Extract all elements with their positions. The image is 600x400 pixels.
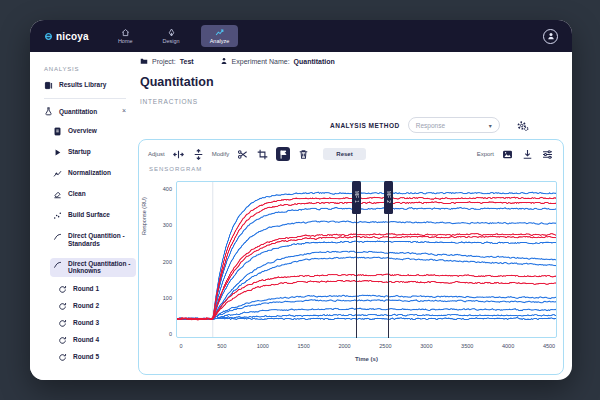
cursor-flag-1[interactable]: MF 1 [352, 181, 361, 214]
x-tick: 3500 [461, 343, 473, 349]
user-icon [546, 31, 556, 41]
curve-icon [53, 260, 62, 269]
sidebar-item-direct-quantition-standards[interactable]: Direct Quantition - Standards [50, 230, 136, 250]
person-icon [220, 57, 228, 65]
image-icon[interactable] [501, 148, 514, 161]
x-tick: 3000 [420, 343, 432, 349]
refresh-icon [58, 336, 67, 345]
sensorgram-panel: Adjust Modify [138, 139, 564, 375]
experiment-label: Experiment Name: [232, 58, 290, 65]
curve-icon [53, 232, 62, 241]
flag-icon[interactable] [276, 147, 290, 161]
sidebar-item-label: Overview [68, 127, 97, 135]
nav-tab-label: Home [118, 38, 133, 44]
analysis-method-value: Response [416, 122, 445, 129]
sensorgram-canvas[interactable] [177, 182, 556, 337]
sidebar-item-label: Results Library [59, 81, 106, 89]
y-tick: 400 [150, 186, 172, 192]
avatar[interactable] [543, 29, 558, 44]
folder-icon [140, 57, 148, 65]
x-tick: 1000 [257, 343, 269, 349]
cursor-flag-2[interactable]: MF 2 [384, 181, 393, 214]
sidebar-item-label: Normalization [68, 169, 111, 177]
nav-tab-label: Design [163, 38, 180, 44]
reset-button[interactable]: Reset [323, 148, 365, 160]
sidebar-item-round-2[interactable]: Round 2 [58, 302, 136, 311]
x-tick: 2000 [338, 343, 350, 349]
sidebar-item-startup[interactable]: Startup [50, 146, 136, 159]
flask-icon [44, 107, 53, 116]
nav-tab-home[interactable]: Home [109, 25, 142, 47]
sidebar-item-label: Quantitation [59, 108, 97, 116]
page-title: Quantitation [140, 75, 214, 89]
scissors-icon[interactable] [236, 148, 249, 161]
play-icon [53, 148, 62, 157]
y-tick: 300 [150, 222, 172, 228]
x-tick: 4500 [543, 343, 555, 349]
y-tick: 0 [150, 331, 172, 337]
sidebar-item-round-5[interactable]: Round 5 [58, 353, 136, 362]
crop-icon[interactable] [256, 148, 269, 161]
sidebar-item-label: Startup [68, 148, 91, 156]
modify-label: Modify [212, 151, 230, 157]
sidebar-item-round-3[interactable]: Round 3 [58, 319, 136, 328]
cursor-flag-label: MF 2 [386, 191, 391, 203]
top-navbar: nicoya HomeDesignAnalyze [30, 20, 572, 52]
download-icon[interactable] [521, 148, 534, 161]
app-window: nicoya HomeDesignAnalyze ANALYSIS Result… [30, 20, 572, 380]
home-icon [121, 28, 130, 37]
sidebar-rounds: Round 1Round 2Round 3Round 4Round 5 [44, 285, 136, 362]
close-icon[interactable]: × [122, 107, 126, 115]
experiment-value[interactable]: Quantitation [294, 58, 335, 65]
sliders-icon[interactable] [541, 148, 554, 161]
sidebar-item-overview[interactable]: Overview [50, 125, 136, 138]
project-value[interactable]: Test [180, 58, 194, 65]
sidebar-item-round-4[interactable]: Round 4 [58, 336, 136, 345]
project-label: Project: [152, 58, 176, 65]
sidebar-analysis-steps: OverviewStartupNormalizationCleanBuild S… [44, 125, 136, 277]
refresh-icon [58, 285, 67, 294]
x-tick: 500 [217, 343, 226, 349]
analyze-icon [215, 28, 224, 37]
export-label: Export [477, 151, 494, 157]
sidebar-header: ANALYSIS [44, 66, 136, 72]
x-tick: 1500 [298, 343, 310, 349]
eraser-icon [53, 190, 62, 199]
x-tick: 4000 [502, 343, 514, 349]
sidebar-item-direct-quantitation-unknowns[interactable]: Direct Quantitation - Unknowns [50, 258, 136, 278]
sidebar-item-clean[interactable]: Clean [50, 188, 136, 201]
chart-toolbar: Adjust Modify [148, 147, 554, 161]
gear-icon[interactable] [516, 119, 529, 132]
nav-tab-design[interactable]: Design [154, 25, 189, 47]
analysis-method-row: ANALYSIS METHOD Response ▾ [330, 117, 529, 133]
refresh-icon [58, 319, 67, 328]
sidebar-item-normalization[interactable]: Normalization [50, 167, 136, 180]
library-icon [44, 81, 53, 90]
sidebar-item-label: Direct Quantition - Standards [68, 232, 133, 248]
x-tick: 0 [179, 343, 182, 349]
scatter-icon [53, 211, 62, 220]
y-tick: 200 [150, 259, 172, 265]
sensorgram-plot[interactable] [176, 181, 557, 338]
sidebar-item-label: Round 2 [73, 302, 99, 310]
sidebar: ANALYSIS Results Library Quantitation × [30, 52, 136, 380]
sidebar-item-label: Round 5 [73, 353, 99, 361]
adjust-x-icon[interactable] [172, 148, 185, 161]
adjust-y-icon[interactable] [192, 148, 205, 161]
refresh-icon [58, 353, 67, 362]
sidebar-item-results-library[interactable]: Results Library [44, 81, 136, 90]
x-axis-label: Time (s) [176, 356, 557, 362]
sidebar-item-label: Round 1 [73, 285, 99, 293]
sensorgram-title: SENSORGRAM [149, 166, 202, 172]
y-axis-label: Response (RU) [141, 197, 147, 235]
breadcrumb: Project: Test Experiment Name: Quantitat… [140, 57, 335, 65]
trash-icon[interactable] [297, 148, 310, 161]
nav-tab-analyze[interactable]: Analyze [201, 25, 239, 47]
sidebar-item-quantitation[interactable]: Quantitation × [44, 107, 136, 116]
sidebar-item-label: Round 4 [73, 336, 99, 344]
adjust-label: Adjust [148, 151, 165, 157]
sidebar-item-round-1[interactable]: Round 1 [58, 285, 136, 294]
analysis-method-select[interactable]: Response ▾ [408, 117, 500, 133]
x-tick: 2500 [379, 343, 391, 349]
sidebar-item-build-surface[interactable]: Build Surface [50, 209, 136, 222]
